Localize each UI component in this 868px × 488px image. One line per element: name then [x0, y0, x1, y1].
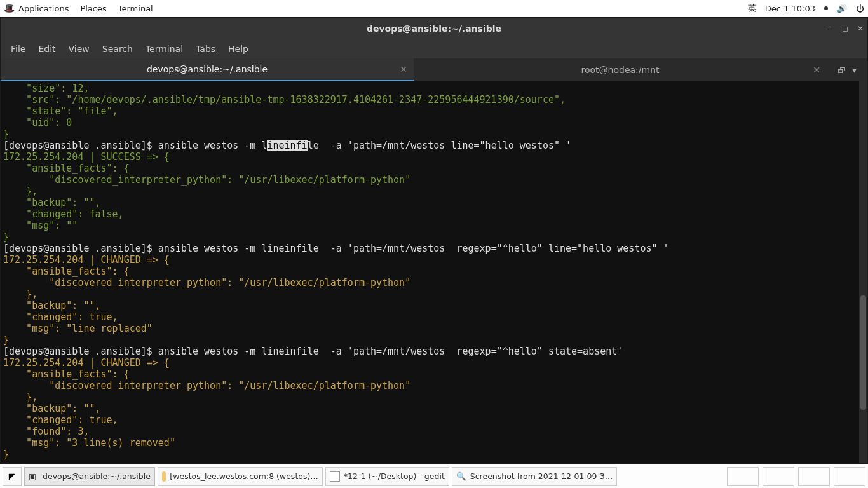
tab-close-icon[interactable]: ✕ [400, 64, 407, 74]
workspace-switcher-4[interactable] [834, 467, 865, 486]
workspace-switcher-2[interactable] [763, 467, 794, 486]
task-imageviewer[interactable]: 🔍 Screenshot from 2021-12-01 09-3… [452, 467, 617, 486]
workspace-switcher-3[interactable] [798, 467, 830, 486]
menu-view[interactable]: View [64, 44, 95, 54]
menu-places[interactable]: Places [80, 4, 106, 13]
menu-help[interactable]: Help [223, 44, 254, 54]
terminal-window: devops@ansible:~/.ansible — ◻ ✕ File Edi… [0, 17, 868, 464]
image-viewer-icon: 🔍 [456, 471, 466, 482]
window-minimize-icon[interactable]: — [825, 24, 833, 33]
menu-tabs[interactable]: Tabs [191, 44, 220, 54]
tab-label: devops@ansible:~/.ansible [147, 64, 268, 74]
terminal-icon: ▣ [29, 471, 39, 482]
notification-dot-icon [824, 6, 828, 10]
power-icon[interactable]: ⏻ [856, 4, 864, 13]
menu-applications[interactable]: Applications [18, 4, 69, 13]
task-gedit[interactable]: *12-1 (~/Desktop) - gedit [325, 467, 449, 486]
task-label: [westos_lee.westos.com:8 (westos)… [170, 471, 318, 481]
tab-label: root@nodea:/mnt [581, 65, 659, 75]
new-tab-icon[interactable]: 🗗 [837, 65, 846, 75]
clock[interactable]: Dec 1 10:03 [765, 4, 815, 13]
terminal-scrollbar[interactable] [859, 81, 867, 463]
window-title: devops@ansible:~/.ansible [367, 24, 501, 34]
system-tray: 英 Dec 1 10:03 🔊 ⏻ [748, 3, 864, 14]
distro-logo-icon: 🎩 [4, 3, 15, 13]
task-label: devops@ansible:~/.ansible [43, 471, 151, 481]
terminal-output[interactable]: "size": 12, "src": "/home/devops/.ansibl… [1, 81, 867, 463]
show-desktop-icon[interactable]: ◩ [3, 467, 22, 486]
volume-icon[interactable]: 🔊 [837, 4, 847, 13]
tab-close-icon[interactable]: ✕ [813, 65, 820, 75]
terminal-tabbar: devops@ansible:~/.ansible ✕ root@nodea:/… [1, 58, 867, 81]
input-method-indicator[interactable]: 英 [748, 3, 756, 14]
menu-file[interactable]: File [6, 44, 31, 54]
task-label: Screenshot from 2021-12-01 09-3… [470, 471, 613, 481]
task-terminal[interactable]: ▣ devops@ansible:~/.ansible [24, 467, 155, 486]
scrollbar-thumb[interactable] [860, 295, 866, 410]
tab-menu-chevron-icon[interactable]: ▾ [852, 65, 857, 75]
menu-terminal[interactable]: Terminal [118, 4, 153, 13]
task-vnc[interactable]: [westos_lee.westos.com:8 (westos)… [158, 467, 323, 486]
menu-terminal[interactable]: Terminal [140, 44, 188, 54]
gnome-top-panel: 🎩 Applications Places Terminal 英 Dec 1 1… [0, 0, 868, 17]
vnc-icon [162, 471, 166, 482]
gedit-icon [330, 471, 340, 482]
window-maximize-icon[interactable]: ◻ [842, 24, 848, 33]
menu-edit[interactable]: Edit [33, 44, 60, 54]
terminal-menubar: File Edit View Search Terminal Tabs Help [1, 39, 867, 58]
tab-nodea[interactable]: root@nodea:/mnt ✕ [414, 58, 827, 81]
window-close-icon[interactable]: ✕ [857, 24, 864, 33]
task-label: *12-1 (~/Desktop) - gedit [344, 471, 445, 481]
tab-ansible[interactable]: devops@ansible:~/.ansible ✕ [1, 58, 414, 81]
workspace-switcher-1[interactable] [727, 467, 759, 486]
window-titlebar[interactable]: devops@ansible:~/.ansible — ◻ ✕ [1, 18, 867, 39]
gnome-bottom-panel: ◩ ▣ devops@ansible:~/.ansible [westos_le… [0, 464, 868, 488]
menu-search[interactable]: Search [97, 44, 138, 54]
